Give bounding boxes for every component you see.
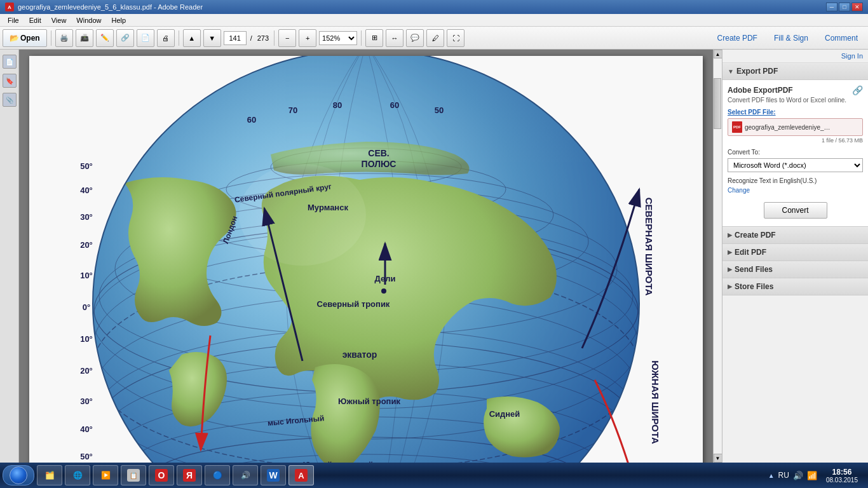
menu-bar: File Edit View Window Help [0,14,868,27]
share-button[interactable]: 🔗 [116,29,134,47]
taskbar-explorer[interactable]: 🗂️ [37,465,62,485]
taskbar-chrome[interactable]: 🔵 [205,465,230,485]
create-pdf-label: Create PDF [735,231,776,240]
export-pdf-content: Adobe ExportPDF 🔗 Convert PDF files to W… [722,80,868,226]
change-language-link[interactable]: Change [728,187,750,194]
comment-button[interactable]: 💬 [406,29,424,47]
svg-text:50: 50 [435,105,444,115]
edit-button[interactable]: ✏️ [96,29,114,47]
acrobat-icon: A [5,3,14,11]
toolbar-separator [51,30,51,46]
taskbar-volume[interactable]: 🔊 [233,465,258,485]
send-files-arrow-icon: ▶ [728,266,732,273]
store-files-arrow-icon: ▶ [728,283,732,290]
scrollbar[interactable]: ▲ ▼ [713,50,722,463]
sidebar-pages-icon[interactable]: 📄 [3,55,17,69]
convert-button[interactable]: Convert [764,202,827,219]
toolbar-separator-2 [179,30,179,46]
minimize-button[interactable]: ─ [826,3,837,11]
word-icon: W [267,469,280,482]
fullscreen-button[interactable]: ⛶ [447,29,465,47]
menu-help[interactable]: Help [106,15,131,25]
zoom-in-button[interactable]: + [299,29,316,47]
chrome-icon: 🔵 [211,469,224,482]
open-button[interactable]: 📂 Open [3,29,47,47]
menu-window[interactable]: Window [71,15,106,25]
scroll-track[interactable] [714,58,722,454]
close-button[interactable]: ✕ [851,3,863,11]
taskbar-word[interactable]: W [261,465,286,485]
toolbar-separator-3 [274,30,275,46]
taskbar-right: ▲ RU 🔊 📶 18:56 08.03.2015 [768,468,865,484]
maximize-button[interactable]: □ [839,3,850,11]
prev-page-button[interactable]: ▲ [183,29,201,47]
comment-tab-button[interactable]: Comment [817,31,865,45]
sidebar-attach-icon[interactable]: 📎 [3,93,17,107]
network-tray-icon[interactable]: 📶 [807,471,817,480]
svg-point-23 [239,164,366,266]
menu-view[interactable]: View [46,15,72,25]
copy-button[interactable]: 📄 [137,29,154,47]
export-pdf-title: Export PDF [736,67,778,76]
scroll-down-button[interactable]: ▼ [714,454,722,463]
scroll-up-button[interactable]: ▲ [714,50,722,58]
zoom-select[interactable]: 152% 100% 75% 50% [319,31,357,45]
pdf-viewer[interactable]: 50° 40° 30° 20° 10° 0° 10° 20° 30° 40° 5… [19,50,713,463]
sidebar-bookmark-icon[interactable]: 🔖 [3,74,17,88]
volume-tray-icon[interactable]: 🔊 [793,471,803,480]
convert-to-select[interactable]: Microsoft Word (*.docx) Microsoft Excel … [728,158,863,172]
svg-text:10°: 10° [80,271,93,280]
taskbar-app4[interactable]: 📋 [121,465,146,485]
store-files-section[interactable]: ▶ Store Files [722,278,868,295]
send-files-section[interactable]: ▶ Send Files [722,261,868,278]
send-files-label: Send Files [735,265,773,274]
markup-button[interactable]: 🖊 [426,29,444,47]
page-number-input[interactable] [224,31,247,45]
fit-width-button[interactable]: ↔ [386,29,403,47]
create-pdf-section[interactable]: ▶ Create PDF [722,227,868,244]
pdf-file-icon: PDF [732,121,742,133]
volume-icon: 🔊 [239,469,252,482]
print-button[interactable]: 🖨️ [55,29,73,47]
svg-text:ЮЖНАЯ ШИРОТА: ЮЖНАЯ ШИРОТА [650,360,661,444]
menu-edit[interactable]: Edit [24,15,46,25]
tools-button[interactable]: Create PDF [710,31,765,45]
start-orb-icon [10,466,27,484]
yandex-icon: Я [183,469,196,482]
fill-sign-button[interactable]: Fill & Sign [766,31,816,45]
fax-button[interactable]: 📠 [76,29,93,47]
fit-page-button[interactable]: ⊞ [365,29,383,47]
svg-text:ПОЛЮС: ПОЛЮС [362,159,397,169]
file-size: 1 file / 56.73 MB [728,137,863,144]
taskbar-yandex[interactable]: Я [177,465,202,485]
sign-in-link[interactable]: Sign In [722,50,868,63]
svg-text:40°: 40° [80,424,93,434]
store-files-label: Store Files [735,282,773,291]
taskbar-acrobat[interactable]: A [288,465,314,485]
clock-date: 08.03.2015 [826,477,858,484]
globe-illustration: 50° 40° 30° 20° 10° 0° 10° 20° 30° 40° 5… [29,56,703,463]
zoom-out-button[interactable]: − [278,29,296,47]
selected-file-item[interactable]: PDF geografiya_zemlevedeniye_5_... [728,118,863,136]
edit-pdf-section[interactable]: ▶ Edit PDF [722,244,868,261]
printdlg-button[interactable]: 🖨 [157,29,175,47]
scroll-thumb[interactable] [714,78,721,129]
svg-text:СЕВЕРНАЯ ШИРОТА: СЕВЕРНАЯ ШИРОТА [644,198,654,296]
taskbar-opera[interactable]: O [149,465,174,485]
file-name: geografiya_zemlevedeniye_5_... [745,124,834,131]
export-arrow-icon: ▼ [728,68,734,75]
ie-icon: 🌐 [71,469,84,482]
export-pdf-header[interactable]: ▼ Export PDF [722,63,868,80]
taskbar-ie[interactable]: 🌐 [65,465,90,485]
tray-arrow[interactable]: ▲ [768,472,775,479]
menu-file[interactable]: File [3,15,24,25]
taskbar-media[interactable]: ▶️ [93,465,118,485]
start-button[interactable] [3,465,34,485]
window-controls[interactable]: ─ □ ✕ [826,3,863,11]
svg-text:20°: 20° [80,366,93,376]
next-page-button[interactable]: ▼ [203,29,221,47]
svg-text:Сидней: Сидней [489,409,520,419]
title-bar: A geografiya_zemlevedeniye_5_6_klassu.pd… [0,0,868,14]
media-icon: ▶️ [99,469,112,482]
svg-text:70: 70 [288,105,297,115]
